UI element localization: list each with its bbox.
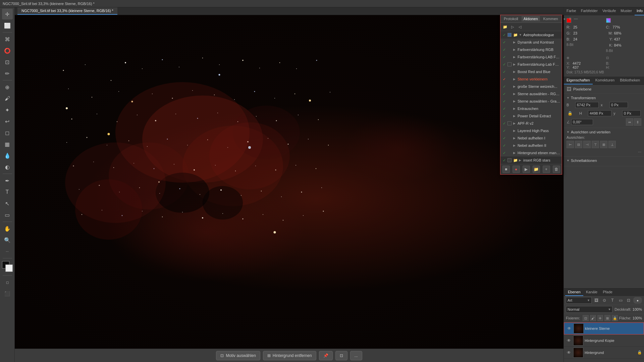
pin-button[interactable]: 📌 [319, 351, 333, 360]
zoom-tool[interactable]: 🔍 [2, 235, 13, 245]
y-prop-input[interactable] [622, 110, 641, 116]
flip-v-button[interactable]: ⇕ [634, 118, 641, 126]
stop-btn[interactable]: ■ [502, 166, 510, 173]
tab-verlaufe[interactable]: Verläufe [600, 7, 618, 15]
actions-collapse-btn[interactable]: ◁ [517, 23, 523, 30]
record-btn[interactable]: ● [513, 166, 520, 173]
tab-muster[interactable]: Muster [619, 7, 634, 15]
more-align-options[interactable]: ··· [638, 149, 641, 154]
tab-protokoll[interactable]: Protokoll [502, 16, 520, 21]
x-prop-input[interactable] [609, 102, 628, 108]
actions-panel-menu[interactable]: ≡ [569, 16, 571, 21]
action-item-10[interactable]: ✓ ▶ Power Detail Extract [500, 112, 562, 120]
align-center-v-button[interactable]: ⊞ [600, 141, 607, 148]
action-item-8[interactable]: ✓ ▶ Sterne auswählen - Grau... [500, 98, 562, 105]
shape-tool[interactable]: ▭ [2, 209, 13, 220]
layer-eye-2[interactable]: 👁 [566, 350, 572, 356]
tab-aktionen[interactable]: Aktionen [522, 16, 540, 21]
action-item-9[interactable]: ✓ ▶ Entrauschen [500, 105, 562, 112]
flip-h-button[interactable]: ⇔ [626, 118, 633, 126]
lasso-tool[interactable]: ⌘ [2, 34, 13, 45]
action-item-11[interactable]: ✓ ▶ APF-R v2 [500, 120, 562, 127]
layer-filter-text-btn[interactable]: T [609, 297, 616, 304]
layer-filter-toggle[interactable]: ● [633, 297, 642, 304]
canvas-tab-main[interactable]: NGC7000_Siril.tif bei 33,3% (kleinere St… [17, 7, 117, 15]
marquee-tool[interactable]: ⬜ [2, 20, 13, 31]
quick-select-tool[interactable]: ⭕ [2, 45, 13, 56]
tab-farbfelder[interactable]: Farbfelder [579, 7, 600, 15]
crop-tool[interactable]: ⊡ [2, 57, 13, 67]
actions-group-header[interactable]: ✓ 📁 ▼ Astrophotocologue [500, 31, 562, 39]
fix-position-btn[interactable]: ✛ [597, 315, 603, 321]
gradient-tool[interactable]: ▦ [2, 139, 13, 149]
actions-expand-btn[interactable]: ▷ [509, 23, 516, 30]
tab-bibliotheken[interactable]: Bibliotheken [617, 76, 643, 84]
action-item-5[interactable]: ✓ ▶ Sterne verkleinern [500, 75, 562, 83]
toggle-16[interactable] [507, 158, 512, 162]
brush-tool[interactable]: 🖌 [2, 93, 13, 104]
b-prop-input[interactable] [575, 102, 599, 108]
tab-info[interactable]: Info [635, 7, 644, 15]
toggle-3[interactable] [507, 62, 512, 66]
fix-artboard-btn[interactable]: ⊞ [604, 315, 610, 321]
move-tool[interactable]: ✛ [2, 9, 13, 19]
hand-tool[interactable]: ✋ [2, 223, 13, 234]
action-item-3[interactable]: ✓ ▶ Farbverstärkung-Lab Far... [500, 61, 562, 68]
canvas-wrapper[interactable] [15, 15, 564, 349]
tab-ebenen[interactable]: Ebenen [565, 289, 583, 296]
fix-transparency-btn[interactable]: ⊡ [583, 315, 589, 321]
action-item-16[interactable]: ✓ 📁 ▶ insert RGB stars [500, 157, 562, 164]
layer-filter-kind-btn[interactable]: 🖼 [593, 297, 600, 304]
remove-background-button[interactable]: ⊞ Hintergrund entfernen [263, 351, 316, 360]
tab-farbe[interactable]: Farbe [565, 7, 578, 15]
transform-section-header[interactable]: ▼ Transformieren [567, 96, 641, 100]
crop-action-button[interactable]: ⊡ [335, 351, 347, 360]
action-item-13[interactable]: ✓ ▶ Nebel aufhellen I [500, 134, 562, 142]
more-tools[interactable]: ··· [2, 246, 13, 257]
group-toggle-checkbox[interactable] [507, 33, 512, 37]
healing-tool[interactable]: ⊕ [2, 82, 13, 93]
path-select-tool[interactable]: ↖ [2, 198, 13, 209]
action-item-14[interactable]: ✓ ▶ Nebel aufhellen II [500, 142, 562, 149]
align-right-button[interactable]: ⊣ [583, 141, 591, 148]
align-left-button[interactable]: ⊢ [567, 141, 574, 148]
fix-paint-btn[interactable]: 🖌 [590, 315, 596, 321]
new-action-btn[interactable]: + [543, 166, 550, 173]
actions-new-set-btn[interactable]: 📁 [502, 23, 508, 30]
quick-mask-tool[interactable]: ◻ [2, 277, 13, 288]
new-set-btn[interactable]: 📁 [533, 166, 540, 173]
layers-search-dropdown[interactable]: Art ▼ [566, 297, 592, 304]
fix-all-btn[interactable]: 🔒 [612, 315, 618, 321]
action-item-6[interactable]: ✓ ▶ große Sterne weizeich... [500, 83, 562, 90]
flache-value[interactable]: 100% [633, 316, 642, 320]
pen-tool[interactable]: ✒ [2, 175, 13, 186]
layer-filter-smart-btn[interactable]: ⊡ [625, 297, 632, 304]
layer-eye-1[interactable]: 👁 [566, 338, 572, 344]
blend-mode-select[interactable]: Normal ▼ [566, 306, 612, 313]
align-top-button[interactable]: ⊤ [592, 141, 599, 148]
group-expand-arrow[interactable]: ▼ [519, 33, 522, 37]
layer-item-hintergrund[interactable]: 👁 Hintergrund 🔒 [564, 347, 644, 359]
delete-btn[interactable]: 🗑 [553, 166, 560, 173]
h-prop-input[interactable] [588, 110, 611, 116]
clone-tool[interactable]: ✦ [2, 105, 13, 115]
eyedropper-tool[interactable]: ✏ [2, 68, 13, 79]
tab-korrekturen[interactable]: Korrekturen [593, 76, 617, 84]
play-btn[interactable]: ▶ [523, 166, 530, 173]
layer-eye-0[interactable]: 👁 [566, 325, 572, 331]
toggle-11[interactable] [507, 121, 512, 125]
layer-filter-adj-btn[interactable]: ⊙ [601, 297, 608, 304]
layer-item-kleinere-sterne[interactable]: 👁 kleinere Sterne [564, 322, 644, 335]
select-subject-button[interactable]: ⊡ Motiv auswählen [216, 351, 260, 360]
tab-kanale[interactable]: Kanäle [583, 289, 600, 296]
screen-mode-tool[interactable]: ⬛ [2, 288, 13, 299]
action-item-2[interactable]: ✓ ▶ Farbverstärkung-LAB Far... [500, 53, 562, 61]
action-item-12[interactable]: ✓ ▶ Layered High Pass [500, 127, 562, 134]
history-brush-tool[interactable]: ↩ [2, 116, 13, 127]
action-item-7[interactable]: ✓ ▶ Sterne auswählen - RGB ... [500, 90, 562, 98]
tab-pfade[interactable]: Pfade [600, 289, 615, 296]
align-center-h-button[interactable]: ⊟ [575, 141, 582, 148]
action-item-4[interactable]: ✓ ▶ Boost Red and Blue [500, 68, 562, 75]
action-item-15[interactable]: ✓ ▶ Hintergrund ebnen manuell [500, 149, 562, 157]
align-section-header[interactable]: ▼ Ausrichten und verteilen [567, 130, 641, 134]
